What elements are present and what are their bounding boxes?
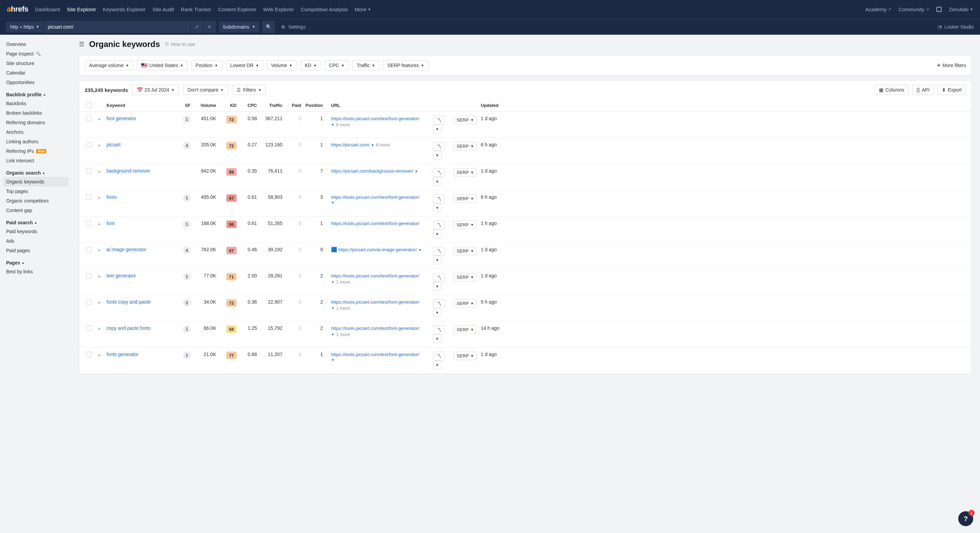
- sf-badge[interactable]: 4: [183, 142, 191, 150]
- sf-badge[interactable]: 1: [183, 221, 191, 228]
- trend-dropdown-button[interactable]: ▼: [433, 177, 441, 186]
- trend-dropdown-button[interactable]: ▼: [433, 229, 441, 238]
- more-urls[interactable]: ▼ 1 more: [331, 279, 430, 285]
- sidebar-item-site-structure[interactable]: Site structure: [6, 59, 69, 68]
- trend-chart-button[interactable]: 〽: [433, 247, 445, 256]
- nav-academy[interactable]: Academy ↗: [865, 6, 891, 12]
- filter-kd[interactable]: KD ▼: [301, 60, 321, 70]
- export-button[interactable]: ⬇ Export: [937, 85, 966, 95]
- trend-chart-button[interactable]: 〽: [433, 116, 445, 124]
- sf-badge[interactable]: 4: [183, 247, 191, 254]
- row-checkbox[interactable]: [86, 273, 92, 278]
- url-dropdown-icon[interactable]: ▼: [414, 168, 419, 173]
- sidebar-item-anchors[interactable]: Anchors: [6, 127, 69, 137]
- sidebar-item-referring-domains[interactable]: Referring domains: [6, 118, 69, 127]
- col-kd[interactable]: KD: [218, 103, 238, 108]
- url-link[interactable]: https://tools.picsart.com/text/font-gene…: [331, 273, 420, 278]
- sidebar-heading-backlink-profile[interactable]: Backlink profile ▲: [6, 87, 69, 99]
- url-link[interactable]: https://tools.picsart.com/text/font-gene…: [331, 352, 420, 357]
- serp-button[interactable]: SERP▼: [453, 116, 477, 124]
- sidebar-item-linking-authors[interactable]: Linking authors: [6, 137, 69, 146]
- add-keyword-icon[interactable]: +: [96, 247, 102, 253]
- row-checkbox[interactable]: [86, 247, 92, 252]
- nav-content-explorer[interactable]: Content Explorer: [218, 6, 256, 12]
- settings-button[interactable]: ⚙ Settings: [281, 24, 305, 30]
- compare-select[interactable]: Don't compare ▼: [183, 85, 228, 95]
- trend-dropdown-button[interactable]: ▼: [433, 282, 441, 291]
- workspace-icon[interactable]: [937, 7, 942, 12]
- serp-button[interactable]: SERP▼: [453, 325, 477, 334]
- keyword-link[interactable]: font generator: [107, 116, 136, 121]
- row-checkbox[interactable]: [86, 116, 92, 121]
- sidebar-heading-organic-search[interactable]: Organic search ▲: [6, 165, 69, 177]
- sidebar-item-paid-pages[interactable]: Paid pages: [6, 246, 69, 255]
- url-input[interactable]: [44, 21, 190, 33]
- col-url[interactable]: URL: [330, 103, 432, 108]
- col-position[interactable]: Position: [302, 103, 330, 108]
- serp-button[interactable]: SERP▼: [453, 247, 477, 255]
- row-checkbox[interactable]: [86, 299, 92, 305]
- filter-volume[interactable]: Volume ▼: [267, 60, 297, 70]
- keyword-link[interactable]: fonts copy and paste: [107, 299, 150, 305]
- url-link[interactable]: https://picsart.com/ai-image-generator/: [338, 247, 417, 252]
- more-filters-button[interactable]: + More filters: [937, 62, 966, 68]
- sidebar-item-link-intersect[interactable]: Link intersect: [6, 156, 69, 165]
- col-volume[interactable]: Volume: [192, 103, 218, 108]
- sidebar-item-paid-keywords[interactable]: Paid keywords: [6, 227, 69, 236]
- serp-button[interactable]: SERP▼: [453, 221, 477, 229]
- col-updated[interactable]: Updated: [479, 103, 510, 108]
- trend-chart-button[interactable]: 〽: [433, 194, 445, 203]
- looker-studio-link[interactable]: ◔ Looker Studio: [938, 24, 974, 30]
- sidebar-item-best-by-links[interactable]: Best by links: [6, 267, 69, 276]
- account-menu[interactable]: ZeroAdo ▼: [949, 6, 973, 12]
- sidebar-item-broken-backlinks[interactable]: Broken backlinks: [6, 108, 69, 118]
- sidebar-item-organic-keywords[interactable]: Organic keywords: [3, 177, 69, 186]
- add-keyword-icon[interactable]: +: [96, 299, 102, 305]
- keyword-link[interactable]: copy and paste fonts: [107, 325, 150, 331]
- keyword-link[interactable]: picsart: [107, 142, 121, 147]
- nav-site-audit[interactable]: Site Audit: [153, 6, 174, 12]
- trend-dropdown-button[interactable]: ▼: [433, 360, 441, 369]
- add-keyword-icon[interactable]: +: [96, 194, 102, 200]
- serp-button[interactable]: SERP▼: [453, 168, 477, 177]
- sidebar-item-page-inspect[interactable]: Page inspect 🔍: [6, 49, 69, 59]
- nav-keywords-explorer[interactable]: Keywords Explorer: [103, 6, 146, 12]
- add-keyword-icon[interactable]: +: [96, 273, 102, 279]
- url-link[interactable]: https://tools.picsart.com/text/font-gene…: [331, 221, 420, 226]
- protocol-select[interactable]: http + https ▼: [6, 21, 44, 32]
- row-checkbox[interactable]: [86, 325, 92, 331]
- filter-cpc[interactable]: CPC ▼: [325, 60, 349, 70]
- trend-chart-button[interactable]: 〽: [433, 273, 445, 282]
- sidebar-item-calendar[interactable]: Calendar: [6, 68, 69, 78]
- mode-select[interactable]: Subdomains ▼: [219, 21, 259, 32]
- row-checkbox[interactable]: [86, 194, 92, 200]
- logo[interactable]: ahrefs: [7, 5, 28, 14]
- trend-dropdown-button[interactable]: ▼: [433, 256, 441, 264]
- nav-rank-tracker[interactable]: Rank Tracker: [181, 6, 211, 12]
- col-keyword[interactable]: Keyword: [105, 103, 178, 108]
- url-link[interactable]: https://picsart.com/: [331, 142, 369, 147]
- keyword-link[interactable]: fonts: [107, 194, 117, 200]
- more-urls[interactable]: ▼ 1 more: [331, 332, 430, 337]
- sf-badge[interactable]: 1: [183, 194, 191, 202]
- serp-button[interactable]: SERP▼: [453, 352, 477, 360]
- sf-badge[interactable]: 1: [183, 325, 191, 333]
- sidebar-heading-paid-search[interactable]: Paid search ▲: [6, 215, 69, 227]
- clear-url-button[interactable]: ✕: [203, 21, 216, 33]
- serp-button[interactable]: SERP▼: [453, 194, 477, 203]
- sidebar-item-backlinks[interactable]: Backlinks: [6, 99, 69, 108]
- keyword-link[interactable]: text generator: [107, 273, 136, 278]
- serp-button[interactable]: SERP▼: [453, 299, 477, 308]
- keyword-link[interactable]: background remover: [107, 168, 150, 173]
- keyword-link[interactable]: fonts generator: [107, 352, 138, 357]
- sf-badge[interactable]: 1: [183, 116, 191, 123]
- filter-traffic[interactable]: Traffic ▼: [352, 60, 379, 70]
- trend-chart-button[interactable]: 〽: [433, 142, 445, 151]
- sidebar-item-referring-ips[interactable]: Referring IPs New: [6, 146, 69, 156]
- more-urls-inline[interactable]: ▼ 6 more: [369, 142, 390, 147]
- search-button[interactable]: 🔍: [262, 21, 275, 33]
- sf-badge[interactable]: 2: [183, 299, 191, 307]
- trend-dropdown-button[interactable]: ▼: [433, 334, 441, 343]
- sidebar-heading-pages[interactable]: Pages ▲: [6, 255, 69, 267]
- add-keyword-icon[interactable]: +: [96, 221, 102, 227]
